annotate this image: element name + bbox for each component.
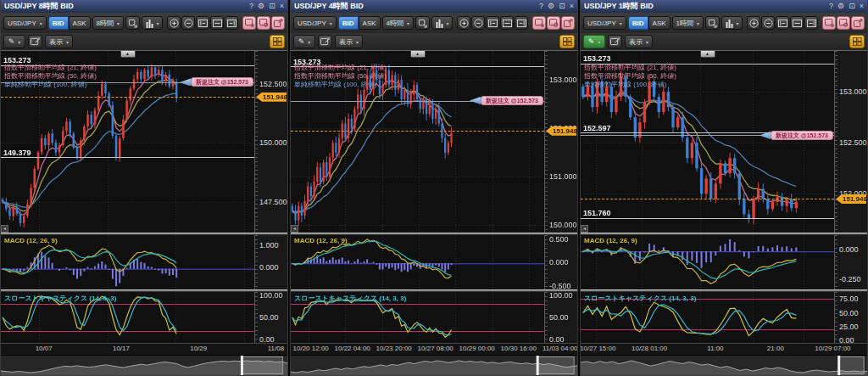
annotation-list-icon[interactable] [318,35,332,48]
save-chart-image-icon[interactable] [242,16,256,30]
chart-type-select[interactable]: ▾ [431,16,453,30]
zoom-out-icon[interactable] [471,16,485,30]
stoch-axis-label: 0.00 [839,336,854,345]
grid-layout-icon[interactable] [270,35,285,48]
scroll-left-icon[interactable]: ◂ [1,225,8,233]
macd-chart[interactable]: MACD (12, 26, 9) [581,235,835,289]
fit-left-edge-icon[interactable] [196,16,209,30]
fit-left-edge-icon[interactable] [486,16,499,30]
draw-tool-select[interactable]: ✎▾ [293,35,315,48]
collapse-chart-handle[interactable]: ▴ [410,51,426,58]
bid-button[interactable]: BID [338,16,359,30]
symbol-select[interactable]: USD/JPY▾ [3,16,47,30]
chart-type-select[interactable]: ▾ [142,16,163,30]
popout-chart-icon[interactable] [271,16,285,30]
main-chart[interactable]: ▴ 指数平滑移動平均線 (21, 終値) 指数平滑移動平均線 (50, 終値) … [291,51,545,233]
ask-button[interactable]: ASK [359,16,381,30]
panel-titlebar[interactable]: USD/JPY 1時間 BID ? ⚙ ⊡ × [581,0,867,13]
symbol-select[interactable]: USD/JPY▾ [293,16,337,30]
fit-width-icon[interactable] [210,16,224,30]
scroll-left-icon[interactable]: ◂ [581,225,588,233]
timeframe-select[interactable]: 8時間▾ [92,16,124,30]
chart-settings-icon[interactable] [257,16,270,30]
settings-gear-icon[interactable]: ⚙ [548,1,554,12]
chart-type-select[interactable]: ▾ [721,16,743,30]
order-tag[interactable]: 新規注文 @152.573 [180,77,253,87]
bid-button[interactable]: BID [48,16,69,30]
close-icon[interactable]: × [570,1,574,12]
popout-chart-icon[interactable] [561,16,575,30]
compare-symbol-icon[interactable] [125,16,140,30]
navigator[interactable] [1,355,287,375]
grid-layout-icon[interactable] [849,35,865,48]
compare-symbol-icon[interactable] [415,16,430,30]
help-icon[interactable]: ? [249,1,253,12]
restore-window-icon[interactable]: ⊡ [269,1,275,12]
price-axis[interactable]: 153.000152.000151.000150.000151.948 [545,51,577,233]
fit-right-edge-icon[interactable] [515,16,528,30]
price-level-line [581,64,834,65]
compare-symbol-icon[interactable] [705,16,720,30]
restore-window-icon[interactable]: ⊡ [559,1,565,12]
main-chart[interactable]: ▴ 指数平滑移動平均線 (21, 終値) 指数平滑移動平均線 (50, 終値) … [581,51,835,233]
close-icon[interactable]: × [860,1,864,12]
zoom-out-icon[interactable] [761,16,775,30]
stochastics-chart[interactable]: スローストキャスティクス (14, 3, 3) [1,292,255,343]
fit-left-edge-icon[interactable] [776,16,789,30]
ask-button[interactable]: ASK [69,16,91,30]
fit-width-icon[interactable] [790,16,804,30]
current-price-line [291,131,544,132]
timeframe-select[interactable]: 1時間▾ [672,16,704,30]
price-axis[interactable]: 153.000152.500152.000151.948 [835,51,867,233]
panel-titlebar[interactable]: USD/JPY 8時間 BID ? ⚙ ⊡ × [1,0,287,13]
time-axis-label: 10/27 08:00 [418,345,453,352]
price-axis[interactable]: 152.500150.000147.500151.948 [255,51,287,233]
help-icon[interactable]: ? [829,1,833,12]
display-select[interactable]: 表示▾ [45,35,73,48]
fit-width-icon[interactable] [500,16,514,30]
fit-right-edge-icon[interactable] [225,16,238,30]
zoom-out-icon[interactable] [181,16,195,30]
timeframe-select[interactable]: 4時間▾ [382,16,414,30]
save-chart-image-icon[interactable] [532,16,546,30]
fit-right-edge-icon[interactable] [804,16,818,30]
display-select[interactable]: 表示▾ [625,35,653,48]
zoom-in-icon[interactable] [457,16,470,30]
macd-chart[interactable]: MACD (12, 26, 9) [1,235,255,289]
settings-gear-icon[interactable]: ⚙ [837,1,844,12]
chart-settings-icon[interactable] [547,16,560,30]
zoom-in-icon[interactable] [167,16,181,30]
macd-chart[interactable]: MACD (12, 26, 9) [291,235,545,289]
display-select[interactable]: 表示▾ [335,35,363,48]
collapse-chart-handle[interactable]: ▴ [120,51,136,58]
stochastics-chart[interactable]: スローストキャスティクス (14, 3, 3) [291,292,545,343]
help-icon[interactable]: ? [539,1,543,12]
navigator[interactable] [581,355,867,375]
save-chart-image-icon[interactable] [822,16,836,30]
chart-settings-icon[interactable] [837,16,850,30]
settings-gear-icon[interactable]: ⚙ [258,1,264,12]
collapse-chart-handle[interactable]: ▴ [700,51,715,58]
navigator[interactable] [291,355,577,375]
restore-window-icon[interactable]: ⊡ [849,1,855,12]
bid-button[interactable]: BID [628,16,648,30]
order-tag[interactable]: 新規注文 @152.573 [760,131,833,140]
main-chart[interactable]: ▴ 指数平滑移動平均線 (21, 終値) 指数平滑移動平均線 (50, 終値) … [1,51,255,233]
grid-layout-icon[interactable] [559,35,575,48]
draw-tool-select[interactable]: ✎▾ [583,35,605,48]
annotation-list-icon[interactable] [608,35,622,48]
chevron-down-icon: ▾ [18,39,20,45]
current-price-line [1,97,254,98]
popout-chart-icon[interactable] [851,16,865,30]
order-tag[interactable]: 新規注文 @152.573 [470,96,543,105]
scroll-left-icon[interactable]: ◂ [291,225,298,233]
close-icon[interactable]: × [280,1,284,12]
panel-titlebar[interactable]: USD/JPY 4時間 BID ? ⚙ ⊡ × [291,0,577,13]
zoom-in-icon[interactable] [747,16,760,30]
draw-tool-select[interactable]: ✎▾ [3,35,25,48]
ask-button[interactable]: ASK [648,16,670,30]
symbol-select[interactable]: USD/JPY▾ [583,16,626,30]
stochastics-chart[interactable]: スローストキャスティクス (14, 3, 3) [581,292,835,343]
annotation-list-icon[interactable] [28,35,42,48]
chevron-down-icon: ▾ [117,20,120,26]
